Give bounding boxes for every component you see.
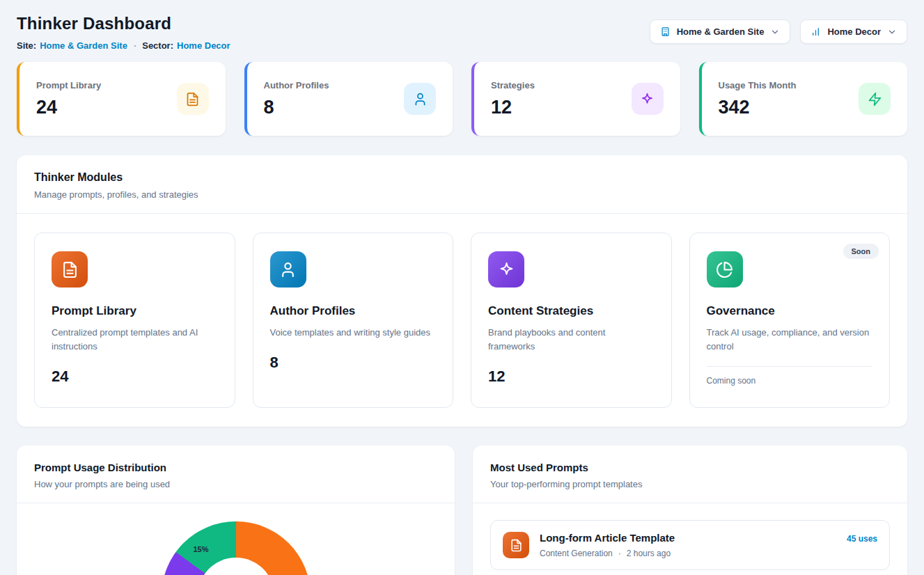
stat-value: 342 xyxy=(719,97,797,118)
sparkles-icon xyxy=(632,83,664,115)
site-link[interactable]: Home & Garden Site xyxy=(40,40,127,51)
thinker-modules-panel: Thinker Modules Manage prompts, profiles… xyxy=(17,155,907,427)
thinker-modules-subtitle: Manage prompts, profiles, and strategies xyxy=(34,189,890,200)
prompt-item-category: Content Generation xyxy=(540,549,613,558)
stat-text: Strategies 12 xyxy=(491,80,535,118)
module-count: 24 xyxy=(52,368,218,386)
prompt-item-uses-badge: 45 uses xyxy=(847,534,877,544)
module-title: Governance xyxy=(707,304,873,318)
stat-text: Author Profiles 8 xyxy=(264,80,329,118)
most-used-prompts-header: Most Used Prompts Your top-performing pr… xyxy=(473,446,907,503)
module-description: Centralized prompt templates and AI inst… xyxy=(52,326,218,354)
sector-label: Sector: xyxy=(142,40,173,51)
divider xyxy=(707,366,873,367)
stat-value: 12 xyxy=(491,97,535,118)
separator-dot: · xyxy=(134,40,136,51)
thinker-modules-title: Thinker Modules xyxy=(34,171,890,184)
page-title: Thinker Dashboard xyxy=(17,14,234,33)
prompt-item-time: 2 hours ago xyxy=(627,549,671,558)
prompt-list-item[interactable]: Long-form Article Template Content Gener… xyxy=(490,520,890,570)
header-selectors: Home & Garden Site Home Decor xyxy=(650,19,907,44)
stat-label: Prompt Library xyxy=(36,80,101,90)
header: Thinker Dashboard Site: Home & Garden Si… xyxy=(17,14,907,51)
site-selector-dropdown[interactable]: Home & Garden Site xyxy=(650,19,791,44)
zap-icon xyxy=(859,83,891,115)
stat-card-strategies: Strategies 12 xyxy=(471,62,680,136)
file-text-icon xyxy=(52,251,88,288)
file-text-icon xyxy=(177,83,209,115)
stat-text: Usage This Month 342 xyxy=(719,80,797,118)
sector-link[interactable]: Home Decor xyxy=(177,40,230,51)
sparkles-icon xyxy=(488,251,524,288)
module-count: 12 xyxy=(488,368,655,386)
building-icon xyxy=(660,26,671,37)
module-title: Content Strategies xyxy=(488,304,655,318)
usage-distribution-panel: Prompt Usage Distribution How your promp… xyxy=(17,446,455,575)
pie-chart-icon xyxy=(707,251,743,288)
most-used-prompts-title: Most Used Prompts xyxy=(490,462,890,473)
stat-text: Prompt Library 24 xyxy=(36,80,101,118)
stat-label: Usage This Month xyxy=(719,80,797,90)
separator-dot: · xyxy=(618,549,621,558)
prompt-item-title: Long-form Article Template xyxy=(540,532,836,544)
modules-grid: Prompt Library Centralized prompt templa… xyxy=(17,214,907,427)
chevron-down-icon xyxy=(770,27,780,37)
usage-distribution-header: Prompt Usage Distribution How your promp… xyxy=(17,446,455,503)
sector-selector-dropdown[interactable]: Home Decor xyxy=(800,19,907,44)
donut-chart[interactable]: 15% xyxy=(162,521,311,575)
most-used-prompts-subtitle: Your top-performing prompt templates xyxy=(490,479,890,489)
bottom-row: Prompt Usage Distribution How your promp… xyxy=(17,446,907,575)
stat-value: 24 xyxy=(36,97,101,118)
breadcrumb: Site: Home & Garden Site · Sector: Home … xyxy=(17,40,234,51)
module-title: Prompt Library xyxy=(52,304,218,318)
stats-row: Prompt Library 24 Author Profiles 8 Stra… xyxy=(17,62,907,136)
site-selector-label: Home & Garden Site xyxy=(677,26,765,37)
prompt-list: Long-form Article Template Content Gener… xyxy=(473,503,907,575)
most-used-prompts-panel: Most Used Prompts Your top-performing pr… xyxy=(473,446,907,575)
usage-distribution-subtitle: How your prompts are being used xyxy=(34,479,437,489)
user-icon xyxy=(270,251,306,288)
module-count: 8 xyxy=(270,354,437,372)
module-description: Track AI usage, compliance, and version … xyxy=(707,326,873,354)
module-coming-soon-text: Coming soon xyxy=(707,376,873,386)
usage-distribution-title: Prompt Usage Distribution xyxy=(34,462,437,473)
donut-chart-area: 15% xyxy=(17,503,455,575)
module-description: Voice templates and writing style guides xyxy=(270,326,437,340)
header-left: Thinker Dashboard Site: Home & Garden Si… xyxy=(17,14,234,51)
stat-card-prompt-library: Prompt Library 24 xyxy=(17,62,226,136)
module-card-governance[interactable]: Soon Governance Track AI usage, complian… xyxy=(689,233,891,408)
stat-card-usage: Usage This Month 342 xyxy=(699,62,908,136)
dashboard-page: Thinker Dashboard Site: Home & Garden Si… xyxy=(0,0,924,575)
file-text-icon xyxy=(503,532,529,558)
thinker-modules-header: Thinker Modules Manage prompts, profiles… xyxy=(17,155,907,213)
module-card-author-profiles[interactable]: Author Profiles Voice templates and writ… xyxy=(253,233,454,408)
module-card-content-strategies[interactable]: Content Strategies Brand playbooks and c… xyxy=(471,233,672,408)
stat-card-author-profiles: Author Profiles 8 xyxy=(244,62,453,136)
prompt-item-text: Long-form Article Template Content Gener… xyxy=(540,532,836,558)
soon-badge: Soon xyxy=(843,244,879,259)
module-card-prompt-library[interactable]: Prompt Library Centralized prompt templa… xyxy=(34,233,235,408)
module-description: Brand playbooks and content frameworks xyxy=(488,326,655,354)
site-label: Site: xyxy=(17,40,36,51)
donut-segment-label: 15% xyxy=(194,545,209,553)
user-icon xyxy=(404,83,436,115)
chevron-down-icon xyxy=(887,27,897,37)
stat-label: Strategies xyxy=(491,80,535,90)
bar-chart-icon xyxy=(811,26,821,37)
stat-value: 8 xyxy=(264,97,329,118)
prompt-item-meta: Content Generation · 2 hours ago xyxy=(540,549,836,558)
sector-selector-label: Home Decor xyxy=(827,26,881,37)
stat-label: Author Profiles xyxy=(264,80,329,90)
module-title: Author Profiles xyxy=(270,304,437,318)
